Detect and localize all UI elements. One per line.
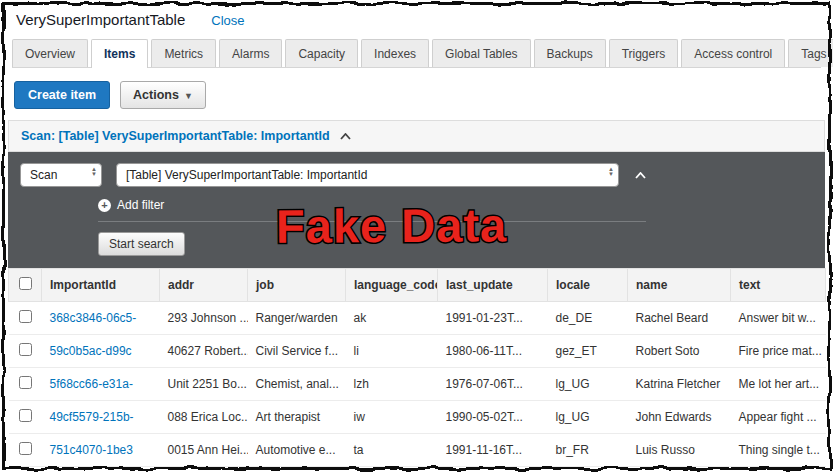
- tab-capacity[interactable]: Capacity: [285, 39, 358, 67]
- table-row: 0fa0722f-f945-4Unit 1208 Bo...Cabin crew…: [9, 467, 826, 472]
- cell-locale: lg_UG: [548, 401, 628, 434]
- column-header-importantid[interactable]: ImportantId: [42, 269, 160, 302]
- cell-text: Answer bit w...: [731, 302, 826, 335]
- actions-button-label: Actions: [133, 88, 179, 102]
- add-filter-label: Add filter: [117, 198, 164, 212]
- cell-addr: 40627 Robert...: [160, 335, 248, 368]
- actions-button[interactable]: Actions▼: [120, 81, 206, 109]
- cell-language_code: byn: [346, 467, 438, 472]
- tab-indexes[interactable]: Indexes: [361, 39, 429, 67]
- panel-divider: [98, 221, 646, 222]
- important-id-link[interactable]: 0fa0722f-f945-4: [42, 467, 160, 472]
- important-id-link[interactable]: 368c3846-06c5-: [42, 302, 160, 335]
- cell-name: Katrina Fletcher: [628, 368, 731, 401]
- tab-triggers[interactable]: Triggers: [609, 39, 679, 67]
- operation-select[interactable]: Scan ▲▼: [20, 163, 102, 187]
- row-checkbox[interactable]: [19, 376, 32, 389]
- cell-language_code: li: [346, 335, 438, 368]
- cell-addr: Unit 1208 Bo...: [160, 467, 248, 472]
- page-title: VerySuperImportantTable: [16, 11, 185, 28]
- close-link[interactable]: Close: [211, 13, 244, 28]
- cell-language_code: lzh: [346, 368, 438, 401]
- tab-metrics[interactable]: Metrics: [151, 39, 216, 67]
- column-header-language_code[interactable]: language_code: [346, 269, 438, 302]
- cell-job: Civil Service f...: [248, 335, 346, 368]
- row-checkbox[interactable]: [19, 310, 32, 323]
- column-header-name[interactable]: name: [628, 269, 731, 302]
- cell-name: John Edwards: [628, 401, 731, 434]
- cell-name: Robert Soto: [628, 335, 731, 368]
- column-header-job[interactable]: job: [248, 269, 346, 302]
- table-row: 59c0b5ac-d99c40627 Robert...Civil Servic…: [9, 335, 826, 368]
- tab-tags[interactable]: Tags: [788, 39, 833, 67]
- dynamodb-console-window: VerySuperImportantTable Close OverviewIt…: [0, 0, 833, 472]
- cell-addr: 088 Erica Loc...: [160, 401, 248, 434]
- important-id-link[interactable]: 5f68cc66-e31a-: [42, 368, 160, 401]
- table-row: 5f68cc66-e31a-Unit 2251 Bo...Chemist, an…: [9, 368, 826, 401]
- important-id-link[interactable]: 751c4070-1be3: [42, 434, 160, 467]
- title-bar: VerySuperImportantTable Close: [0, 0, 833, 30]
- cell-language_code: iw: [346, 401, 438, 434]
- cell-text: Fire price mat...: [731, 335, 826, 368]
- cell-last_update: 1980-06-11T...: [438, 335, 548, 368]
- column-header-locale[interactable]: locale: [548, 269, 628, 302]
- row-checkbox[interactable]: [19, 442, 32, 455]
- tab-global-tables[interactable]: Global Tables: [432, 39, 531, 67]
- cell-last_update: 1976-07-06T...: [438, 368, 548, 401]
- column-header-last_update[interactable]: last_update: [438, 269, 548, 302]
- cell-language_code: ak: [346, 302, 438, 335]
- cell-text: Enough popu...: [731, 467, 826, 472]
- row-checkbox[interactable]: [19, 409, 32, 422]
- tab-access-control[interactable]: Access control: [681, 39, 785, 67]
- cell-locale: gez_ET: [548, 335, 628, 368]
- cell-last_update: 1991-11-16T...: [438, 434, 548, 467]
- cell-name: Andrew King: [628, 467, 731, 472]
- cell-locale: lg_UG: [548, 368, 628, 401]
- select-all-checkbox[interactable]: [19, 277, 32, 290]
- cell-addr: Unit 2251 Bo...: [160, 368, 248, 401]
- cell-job: Ranger/warden: [248, 302, 346, 335]
- cell-last_update: 2001-09-06T...: [438, 467, 548, 472]
- column-header-text[interactable]: text: [731, 269, 826, 302]
- tab-overview[interactable]: Overview: [12, 39, 88, 67]
- column-header-addr[interactable]: addr: [160, 269, 248, 302]
- create-item-button[interactable]: Create item: [14, 81, 110, 109]
- items-table: ImportantIdaddrjoblanguage_codelast_upda…: [8, 268, 826, 472]
- cell-locale: sid_ET: [548, 467, 628, 472]
- target-select[interactable]: [Table] VerySuperImportantTable: Importa…: [116, 163, 619, 187]
- important-id-link[interactable]: 49cf5579-215b-: [42, 401, 160, 434]
- plus-circle-icon: +: [98, 199, 111, 212]
- caret-down-icon: ▼: [184, 91, 193, 101]
- cell-job: Automotive e...: [248, 434, 346, 467]
- cell-locale: de_DE: [548, 302, 628, 335]
- cell-name: Rachel Beard: [628, 302, 731, 335]
- select-stepper-icon: ▲▼: [608, 167, 614, 177]
- cell-addr: 0015 Ann Hei...: [160, 434, 248, 467]
- cell-job: Cabin crew: [248, 467, 346, 472]
- cell-text: Me lot her art...: [731, 368, 826, 401]
- tab-backups[interactable]: Backups: [534, 39, 606, 67]
- chevron-up-icon[interactable]: [340, 133, 351, 140]
- tab-items[interactable]: Items: [91, 39, 148, 68]
- start-search-button[interactable]: Start search: [98, 232, 185, 256]
- panel-collapse-chevron-up-icon[interactable]: [635, 172, 646, 179]
- cell-language_code: ta: [346, 434, 438, 467]
- cell-last_update: 1991-01-23T...: [438, 302, 548, 335]
- cell-addr: 293 Johnson ...: [160, 302, 248, 335]
- select-stepper-icon: ▲▼: [91, 167, 97, 177]
- tab-alarms[interactable]: Alarms: [219, 39, 282, 67]
- cell-text: Thing single t...: [731, 434, 826, 467]
- cell-locale: br_FR: [548, 434, 628, 467]
- target-select-value: [Table] VerySuperImportantTable: Importa…: [126, 168, 367, 182]
- scan-section-header[interactable]: Scan: [Table] VerySuperImportantTable: I…: [8, 120, 825, 152]
- table-header-row: ImportantIdaddrjoblanguage_codelast_upda…: [9, 269, 826, 302]
- scan-query-panel: Scan ▲▼ [Table] VerySuperImportantTable:…: [8, 152, 825, 268]
- cell-job: Chemist, anal...: [248, 368, 346, 401]
- important-id-link[interactable]: 59c0b5ac-d99c: [42, 335, 160, 368]
- table-row: 751c4070-1be30015 Ann Hei...Automotive e…: [9, 434, 826, 467]
- cell-text: Appear fight ...: [731, 401, 826, 434]
- row-checkbox[interactable]: [19, 343, 32, 356]
- add-filter-button[interactable]: + Add filter: [98, 198, 813, 212]
- scan-section-title: Scan: [Table] VerySuperImportantTable: I…: [21, 129, 330, 143]
- cell-name: Luis Russo: [628, 434, 731, 467]
